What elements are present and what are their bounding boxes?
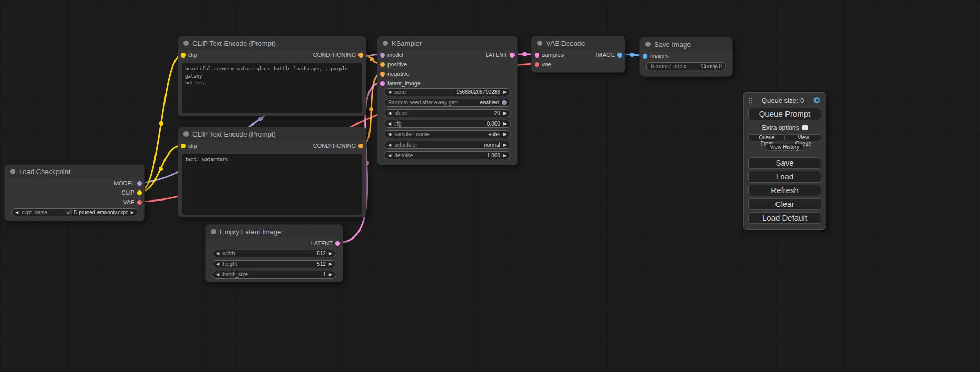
increment-arrow-icon[interactable]: ▶ — [503, 132, 507, 137]
node-ksampler[interactable]: KSampler model positive negative latent_… — [377, 36, 518, 165]
output-slot-latent: LATENT — [459, 50, 517, 60]
node-title: VAE Decode — [546, 40, 585, 47]
filename-prefix-widget[interactable]: filename_prefix ComfyUI — [646, 62, 726, 70]
latent-output-port[interactable] — [335, 241, 340, 246]
node-canvas[interactable]: Load Checkpoint MODEL CLIP VAE ◀ ckpt_na… — [0, 0, 980, 372]
increment-arrow-icon[interactable]: ▶ — [503, 122, 507, 126]
increment-arrow-icon[interactable]: ▶ — [329, 252, 332, 256]
widget-name: filename_prefix — [651, 64, 686, 69]
width-widget[interactable]: ◀ width 512 ▶ — [212, 250, 336, 257]
positive-input-port[interactable] — [380, 62, 385, 67]
node-clip-text-encode-negative[interactable]: CLIP Text Encode (Prompt) clip CONDITION… — [178, 127, 366, 217]
node-title-bar[interactable]: KSampler — [377, 36, 517, 50]
input-label-clip: clip — [188, 52, 197, 58]
increment-arrow-icon[interactable]: ▶ — [329, 273, 332, 277]
clip-input-port[interactable] — [181, 144, 186, 148]
cfg-widget[interactable]: ◀ cfg 8.000 ▶ — [384, 120, 511, 128]
latent-image-input-port[interactable] — [380, 81, 385, 86]
load-default-button[interactable]: Load Default — [748, 212, 821, 224]
decrement-arrow-icon[interactable]: ◀ — [216, 273, 219, 277]
view-queue-button[interactable]: View Queue — [785, 134, 821, 141]
extra-options-checkbox[interactable] — [802, 125, 808, 130]
drag-handle-icon[interactable] — [748, 97, 753, 104]
samples-input-port[interactable] — [535, 53, 539, 58]
node-vae-decode[interactable]: VAE Decode samples vae IMAGE — [531, 36, 625, 73]
conditioning-output-port[interactable] — [358, 53, 363, 58]
node-empty-latent-image[interactable]: Empty Latent Image LATENT ◀ width 512 ▶ … — [205, 224, 343, 282]
queue-prompt-button[interactable]: Queue Prompt — [748, 108, 821, 120]
node-title-bar[interactable]: Save Image — [640, 37, 732, 51]
decrement-arrow-icon[interactable]: ◀ — [388, 154, 391, 158]
image-output-port[interactable] — [617, 53, 622, 58]
clear-button[interactable]: Clear — [748, 198, 821, 210]
load-button[interactable]: Load — [748, 171, 821, 183]
images-input-port[interactable] — [643, 54, 647, 59]
increment-arrow-icon[interactable]: ▶ — [329, 262, 332, 266]
increment-arrow-icon[interactable]: ▶ — [503, 111, 507, 116]
decrement-arrow-icon[interactable]: ◀ — [388, 90, 391, 94]
view-history-button[interactable]: View History — [766, 144, 803, 151]
increment-arrow-icon[interactable]: ▶ — [503, 143, 507, 147]
save-button[interactable]: Save — [748, 157, 821, 169]
node-save-image[interactable]: Save Image images filename_prefix ComfyU… — [639, 37, 733, 77]
decrement-arrow-icon[interactable]: ◀ — [388, 122, 391, 126]
conditioning-output-port[interactable] — [358, 144, 363, 148]
sampler-name-widget[interactable]: ◀ sampler_name euler ▶ — [384, 130, 511, 138]
denoise-widget[interactable]: ◀ denoise 1.000 ▶ — [384, 151, 511, 159]
decrement-arrow-icon[interactable]: ◀ — [15, 211, 18, 215]
decrement-arrow-icon[interactable]: ◀ — [388, 111, 391, 116]
input-label-model: model — [387, 52, 403, 58]
model-output-port[interactable] — [137, 181, 142, 186]
output-slot-conditioning: CONDITIONING — [272, 141, 366, 150]
random-seed-toggle-widget[interactable]: Random seed after every gen enabled — [384, 99, 511, 107]
node-title-bar[interactable]: Empty Latent Image — [206, 225, 343, 239]
output-label-conditioning: CONDITIONING — [313, 142, 356, 149]
widget-name: batch_size — [222, 272, 248, 278]
widget-value: enabled — [480, 100, 499, 106]
input-label-negative: negative — [387, 71, 410, 77]
widget-value: 1.000 — [487, 153, 500, 158]
queue-front-button[interactable]: Queue Front — [748, 134, 785, 141]
seed-widget[interactable]: ◀ seed 156680208700286 ▶ — [384, 88, 511, 96]
link-midpoint-dot — [159, 121, 163, 126]
link-midpoint-dot — [159, 167, 163, 171]
decrement-arrow-icon[interactable]: ◀ — [388, 143, 391, 147]
link-midpoint-dot — [522, 52, 527, 56]
latent-output-port[interactable] — [510, 53, 515, 58]
node-status-dot — [183, 41, 189, 46]
increment-arrow-icon[interactable]: ▶ — [503, 154, 507, 158]
model-input-port[interactable] — [380, 53, 385, 58]
widget-value: 512 — [317, 262, 326, 267]
node-title-bar[interactable]: CLIP Text Encode (Prompt) — [178, 127, 366, 141]
clip-output-port[interactable] — [137, 190, 142, 195]
toggle-knob[interactable] — [502, 100, 507, 105]
scheduler-widget[interactable]: ◀ scheduler normal ▶ — [384, 141, 511, 149]
prompt-text-area[interactable]: text, watermark — [182, 154, 362, 215]
clip-input-port[interactable] — [181, 53, 186, 58]
decrement-arrow-icon[interactable]: ◀ — [216, 252, 219, 256]
node-title: KSampler — [392, 40, 422, 47]
decrement-arrow-icon[interactable]: ◀ — [388, 132, 391, 137]
steps-widget[interactable]: ◀ steps 20 ▶ — [384, 109, 511, 117]
increment-arrow-icon[interactable]: ▶ — [131, 211, 134, 215]
node-load-checkpoint[interactable]: Load Checkpoint MODEL CLIP VAE ◀ ckpt_na… — [4, 164, 145, 221]
node-status-dot — [10, 169, 15, 174]
node-title: Load Checkpoint — [19, 168, 71, 176]
settings-gear-icon[interactable] — [813, 96, 821, 104]
refresh-button[interactable]: Refresh — [748, 185, 821, 196]
node-title-bar[interactable]: VAE Decode — [532, 36, 625, 50]
decrement-arrow-icon[interactable]: ◀ — [216, 262, 219, 266]
batch-size-widget[interactable]: ◀ batch_size 1 ▶ — [212, 271, 336, 279]
increment-arrow-icon[interactable]: ▶ — [503, 90, 507, 94]
vae-input-port[interactable] — [535, 62, 539, 67]
vae-output-port[interactable] — [137, 200, 142, 205]
negative-input-port[interactable] — [380, 72, 385, 77]
ckpt-name-widget[interactable]: ◀ ckpt_name v1-5-pruned-emaonly.ckpt ▶ — [11, 208, 138, 216]
prompt-text-area[interactable]: beautiful scenery nature glass bottle la… — [182, 63, 362, 113]
node-status-dot — [537, 41, 542, 46]
node-title-bar[interactable]: CLIP Text Encode (Prompt) — [178, 36, 366, 50]
height-widget[interactable]: ◀ height 512 ▶ — [212, 260, 336, 268]
node-clip-text-encode-positive[interactable]: CLIP Text Encode (Prompt) clip CONDITION… — [178, 36, 366, 116]
node-title-bar[interactable]: Load Checkpoint — [5, 165, 144, 178]
widget-value: 1 — [323, 272, 326, 278]
